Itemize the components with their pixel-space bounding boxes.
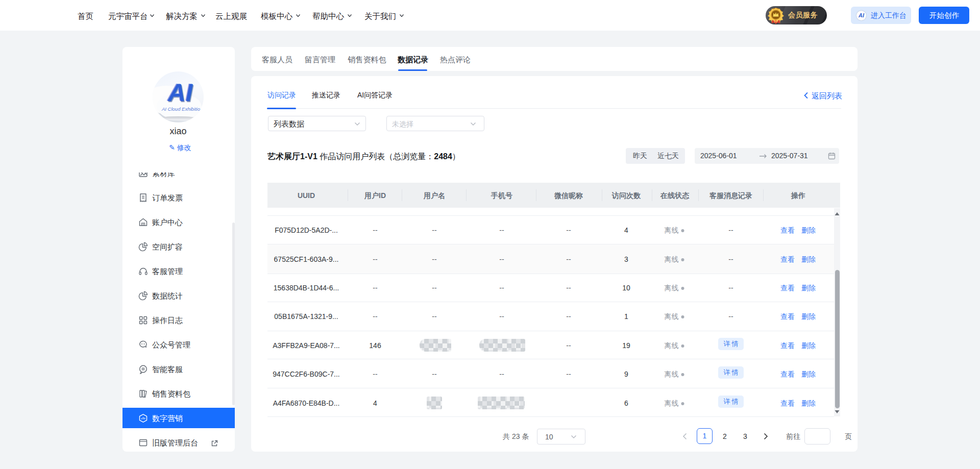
svg-text:VIP: VIP [774, 20, 778, 23]
